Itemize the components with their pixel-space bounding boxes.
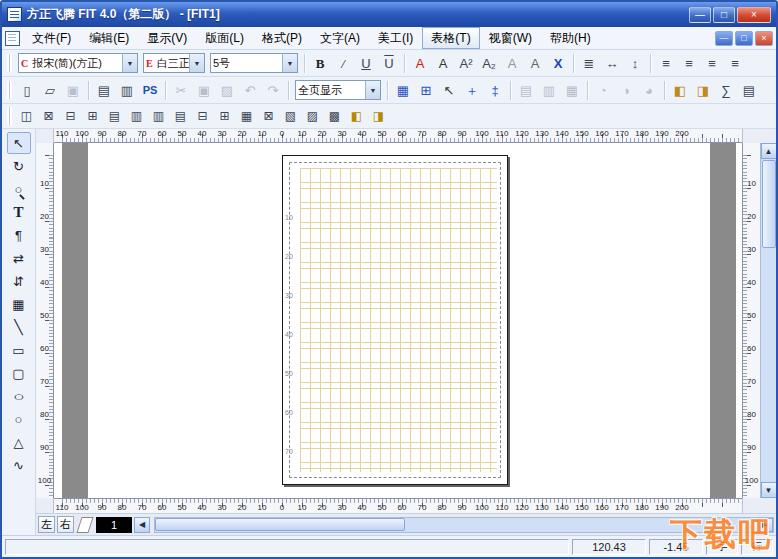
menu-text[interactable]: 文字(A) [311, 27, 369, 49]
toolbar-grip[interactable] [7, 54, 12, 72]
equal-rows-button[interactable]: ⊟ [192, 106, 213, 126]
undo-button[interactable]: ↶ [239, 79, 261, 101]
latin-font-combo[interactable]: E 白三正 ▼ [143, 53, 205, 73]
chevron-down-icon[interactable]: ▼ [189, 54, 204, 72]
unlink-text-tool[interactable]: ⇵ [7, 270, 31, 292]
text-block-tool[interactable]: ¶ [7, 224, 31, 246]
skew-button[interactable]: ◕ [638, 79, 660, 101]
vertical-scrollbar[interactable]: ▲ ▼ [760, 143, 776, 498]
circle-tool[interactable]: ○ [7, 408, 31, 430]
menu-format[interactable]: 格式(P) [253, 27, 311, 49]
font-family-combo[interactable]: C 报宋(简)(方正) ▼ [18, 53, 138, 73]
select-tool[interactable]: ↖ [7, 132, 31, 154]
document-icon[interactable] [5, 31, 20, 46]
line-tool[interactable]: ╲ [7, 316, 31, 338]
erase-line-button[interactable]: ⊠ [38, 106, 59, 126]
table-border-button[interactable]: ▦ [236, 106, 257, 126]
open-file-button[interactable]: ▱ [39, 79, 61, 101]
bold-button[interactable]: B [309, 52, 331, 74]
delete-column-button[interactable]: ▤ [170, 106, 191, 126]
scroll-down-icon[interactable]: ▼ [761, 482, 777, 498]
split-line-button[interactable]: ‡ [484, 79, 506, 101]
link-text-tool[interactable]: ⇄ [7, 247, 31, 269]
export-button[interactable]: ▤ [93, 79, 115, 101]
chevron-down-icon[interactable]: ▼ [122, 54, 137, 72]
merge-cells-button[interactable]: ⊟ [60, 106, 81, 126]
menu-file[interactable]: 文件(F) [23, 27, 80, 49]
underline-button[interactable]: U [355, 52, 377, 74]
zoom-combo[interactable]: 全页显示 ▼ [295, 80, 381, 100]
line-color-button[interactable]: ◨ [692, 79, 714, 101]
menu-art[interactable]: 美工(I) [369, 27, 422, 49]
cell-diagonal-button[interactable]: ⊠ [258, 106, 279, 126]
rotate-button[interactable]: ◔ [592, 79, 614, 101]
ellipse-tool[interactable]: ○ [7, 385, 31, 407]
emphasis-button[interactable]: A [432, 52, 454, 74]
table-line-weight-button[interactable]: ▨ [302, 106, 323, 126]
delete-row-button[interactable]: ▥ [126, 106, 147, 126]
table-color-button[interactable]: ◧ [346, 106, 367, 126]
grid-setup-button[interactable]: ▦ [561, 79, 583, 101]
italic-button[interactable]: / [332, 52, 354, 74]
horizontal-scroll-thumb[interactable] [155, 518, 405, 531]
mirror-button[interactable]: ◑ [615, 79, 637, 101]
page-setup-button[interactable]: ▤ [515, 79, 537, 101]
menu-window[interactable]: 视窗(W) [480, 27, 541, 49]
para-spacing-button[interactable]: ↕ [624, 52, 646, 74]
insert-column-button[interactable]: ▥ [148, 106, 169, 126]
shadow-text-button[interactable]: A [524, 52, 546, 74]
toolbar-grip[interactable] [7, 107, 12, 125]
mdi-minimize-button[interactable]: — [715, 31, 733, 46]
zoom-tool[interactable]: ○ [7, 178, 31, 200]
vertical-scroll-thumb[interactable] [762, 160, 776, 248]
document-canvas[interactable]: 10203040506070 [54, 143, 742, 498]
mdi-close-button[interactable]: × [755, 31, 773, 46]
draw-table-button[interactable]: ◫ [16, 106, 37, 126]
freehand-tool[interactable]: ∿ [7, 454, 31, 476]
menu-table[interactable]: 表格(T) [422, 27, 479, 49]
rotate-tool[interactable]: ↻ [7, 155, 31, 177]
redo-button[interactable]: ↷ [262, 79, 284, 101]
scroll-up-icon[interactable]: ▲ [761, 143, 777, 159]
grid-tool[interactable]: ▦ [7, 293, 31, 315]
char-spacing-button[interactable]: ↔ [601, 52, 623, 74]
menu-layout[interactable]: 版面(L) [196, 27, 253, 49]
scroll-right-icon[interactable]: ▶ [757, 518, 773, 532]
cell-shading-button[interactable]: ◨ [368, 106, 389, 126]
polygon-tool[interactable]: △ [7, 431, 31, 453]
align-left-button[interactable]: ≡ [655, 52, 677, 74]
menu-view[interactable]: 显示(V) [138, 27, 196, 49]
paste-button[interactable]: ▨ [216, 79, 238, 101]
maximize-button[interactable]: □ [713, 7, 735, 23]
table-line-style-button[interactable]: ▧ [280, 106, 301, 126]
cell-align-button[interactable]: ▩ [324, 106, 345, 126]
horizontal-scrollbar[interactable]: ▶ [154, 517, 774, 533]
close-button[interactable]: × [737, 7, 771, 23]
save-button[interactable]: ▣ [62, 79, 84, 101]
page-corner-icon[interactable] [76, 517, 93, 533]
left-page-button[interactable]: 左 [38, 516, 55, 533]
superscript-button[interactable]: A² [455, 52, 477, 74]
document-page[interactable]: 10203040506070 [282, 155, 508, 485]
scroll-left-icon[interactable]: ◀ [134, 517, 150, 533]
subscript-button[interactable]: A₂ [478, 52, 500, 74]
align-center-button[interactable]: ≡ [678, 52, 700, 74]
insert-row-button[interactable]: ▤ [104, 106, 125, 126]
menu-help[interactable]: 帮助(H) [541, 27, 600, 49]
cut-button[interactable]: ✂ [170, 79, 192, 101]
menu-edit[interactable]: 编辑(E) [80, 27, 138, 49]
print-button[interactable]: ▥ [116, 79, 138, 101]
cross-out-button[interactable]: X [547, 52, 569, 74]
font-size-combo[interactable]: 5号 ▼ [210, 53, 298, 73]
select-cell-button[interactable]: ↖ [438, 79, 460, 101]
right-page-button[interactable]: 右 [57, 516, 74, 533]
align-right-button[interactable]: ≡ [701, 52, 723, 74]
text-tool[interactable]: T [7, 201, 31, 223]
insert-table-button[interactable]: ▦ [392, 79, 414, 101]
new-document-button[interactable]: ▯ [16, 79, 38, 101]
rounded-rectangle-tool[interactable]: ▢ [7, 362, 31, 384]
align-justify-button[interactable]: ≡ [724, 52, 746, 74]
text-color-button[interactable]: A [409, 52, 431, 74]
chevron-down-icon[interactable]: ▼ [365, 81, 380, 99]
overline-button[interactable]: U [378, 52, 400, 74]
